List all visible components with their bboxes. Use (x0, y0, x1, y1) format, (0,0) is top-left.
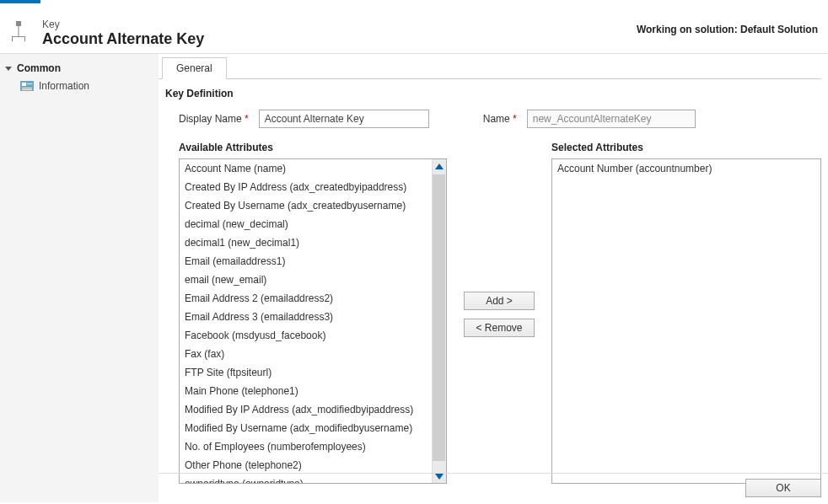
available-scrollbar[interactable] (432, 159, 446, 483)
page-title: Account Alternate Key (42, 30, 204, 48)
divider (159, 473, 828, 474)
tab-general[interactable]: General (162, 57, 227, 79)
available-option[interactable]: Main Phone (telephone1) (180, 382, 431, 400)
available-option[interactable]: Account Name (name) (180, 159, 431, 178)
display-name-input[interactable] (259, 110, 429, 128)
available-option[interactable]: email (new_email) (180, 271, 431, 289)
svg-rect-6 (22, 83, 26, 86)
remove-button-label: < Remove (476, 322, 522, 334)
available-option[interactable]: Created By IP Address (adx_createdbyipad… (180, 178, 431, 196)
svg-rect-1 (19, 26, 19, 36)
available-option[interactable]: decimal1 (new_decimal1) (180, 233, 431, 252)
selected-attributes-listbox[interactable]: Account Number (accountnumber) (551, 158, 821, 484)
required-asterisk: * (245, 113, 249, 125)
remove-button[interactable]: < Remove (464, 319, 535, 337)
add-button[interactable]: Add > (464, 292, 535, 310)
selected-attributes-label: Selected Attributes (551, 142, 821, 158)
scroll-down-icon[interactable] (433, 469, 446, 483)
key-entity-icon (10, 20, 35, 47)
tab-bar: General (159, 54, 821, 79)
svg-rect-2 (12, 36, 25, 37)
available-option[interactable]: No. of Employees (numberofemployees) (180, 437, 431, 456)
scroll-thumb[interactable] (433, 174, 445, 461)
available-option[interactable]: FTP Site (ftpsiteurl) (180, 363, 431, 382)
sidebar-item-label: Information (39, 80, 89, 92)
name-label-text: Name (483, 113, 510, 125)
available-option[interactable]: Email Address 3 (emailaddress3) (180, 308, 431, 326)
sidebar-group-common[interactable]: Common (0, 59, 159, 78)
scroll-up-icon[interactable] (433, 159, 446, 173)
solution-context: Working on solution: Default Solution (637, 24, 818, 35)
available-option[interactable]: owneridtype (owneridtype) (180, 475, 431, 483)
available-option[interactable]: Modified By Username (adx_modifiedbyuser… (180, 419, 431, 437)
available-option[interactable]: decimal (new_decimal) (180, 215, 431, 233)
sidebar: Common Information (0, 54, 159, 502)
info-card-icon (20, 80, 34, 92)
available-option[interactable]: Modified By IP Address (adx_modifiedbyip… (180, 400, 431, 419)
tab-general-label: General (176, 62, 212, 74)
sidebar-item-information[interactable]: Information (0, 78, 159, 94)
available-option[interactable]: Fax (fax) (180, 345, 431, 363)
add-button-label: Add > (486, 295, 513, 307)
svg-rect-9 (22, 89, 32, 90)
svg-rect-8 (22, 88, 32, 88)
selected-option[interactable]: Account Number (accountnumber) (552, 159, 820, 178)
sidebar-group-label: Common (17, 62, 61, 74)
svg-rect-7 (27, 83, 32, 84)
svg-rect-3 (12, 36, 13, 41)
caret-down-icon (5, 67, 12, 71)
available-attributes-listbox[interactable]: Account Name (name)Created By IP Address… (179, 158, 447, 484)
section-title: Key Definition (159, 84, 821, 110)
display-name-label-text: Display Name (179, 113, 242, 125)
available-option[interactable]: Created By Username (adx_createdbyuserna… (180, 196, 431, 215)
available-option[interactable]: Other Phone (telephone2) (180, 456, 431, 475)
ok-button[interactable]: OK (745, 479, 821, 497)
name-input[interactable] (527, 110, 696, 128)
name-label: Name * (483, 113, 517, 125)
available-option[interactable]: Facebook (msdyusd_facebook) (180, 326, 431, 345)
available-option[interactable]: Email (emailaddress1) (180, 252, 431, 271)
ok-button-label: OK (776, 482, 790, 494)
svg-rect-0 (16, 21, 21, 26)
available-option[interactable]: Email Address 2 (emailaddress2) (180, 289, 431, 308)
available-attributes-label: Available Attributes (179, 142, 447, 158)
display-name-label: Display Name * (179, 113, 249, 125)
svg-rect-4 (24, 36, 25, 41)
page-eyebrow: Key (42, 19, 204, 30)
required-asterisk: * (513, 113, 517, 125)
